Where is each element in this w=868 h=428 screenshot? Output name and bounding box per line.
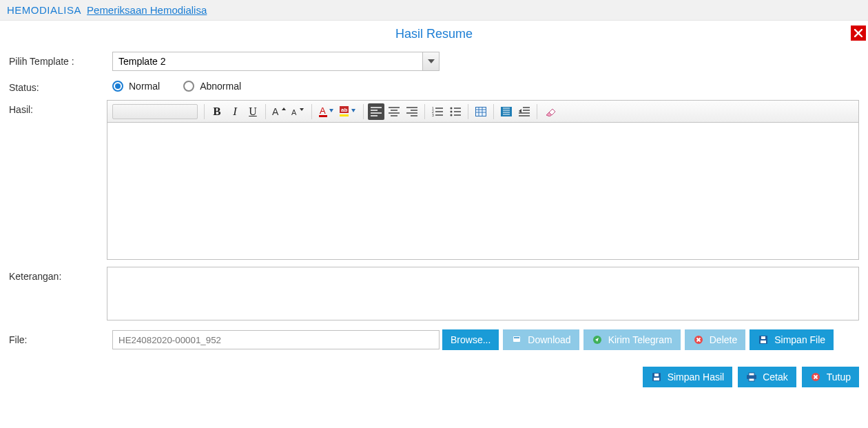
hasil-label: Hasil:	[9, 100, 107, 115]
save-icon	[651, 371, 662, 383]
svg-rect-13	[476, 107, 486, 116]
svg-rect-20	[761, 340, 766, 343]
status-radio-normal[interactable]: Normal	[112, 81, 160, 92]
close-button[interactable]: Tutup	[802, 367, 859, 387]
svg-rect-3	[319, 115, 327, 117]
align-right-button[interactable]	[404, 103, 420, 120]
file-name-input[interactable]	[112, 330, 440, 349]
svg-point-12	[451, 114, 453, 116]
numbered-list-button[interactable]: 123	[429, 103, 446, 120]
status-radio-normal-label: Normal	[129, 81, 160, 92]
svg-text:A: A	[272, 106, 279, 117]
underline-button[interactable]: U	[245, 103, 261, 120]
bold-button[interactable]: B	[209, 103, 225, 120]
svg-text:A: A	[291, 108, 297, 116]
save-icon	[758, 334, 769, 345]
save-file-button[interactable]: Simpan File	[750, 329, 834, 350]
chevron-down-icon[interactable]	[422, 52, 439, 70]
svg-text:3: 3	[432, 113, 434, 116]
svg-text:A: A	[320, 105, 326, 116]
result-editor: B I U A A A	[107, 100, 859, 260]
save-result-button[interactable]: Simpan Hasil	[643, 367, 732, 387]
breadcrumb-page-link[interactable]: Pemeriksaan Hemodialisa	[87, 4, 207, 16]
template-select[interactable]	[112, 52, 440, 71]
svg-text:ab: ab	[341, 107, 347, 113]
send-telegram-button[interactable]: Kirim Telegram	[583, 329, 681, 350]
status-radio-abnormal-label: Abnormal	[200, 81, 241, 92]
download-button[interactable]: Download	[503, 329, 579, 350]
svg-rect-24	[654, 374, 659, 376]
indent-button[interactable]	[516, 103, 533, 120]
download-icon	[511, 334, 522, 345]
status-radio-abnormal[interactable]: Abnormal	[183, 81, 241, 92]
editor-toolbar: B I U A A A	[107, 101, 858, 123]
outdent-button[interactable]	[498, 103, 515, 120]
font-color-button[interactable]: A	[316, 103, 335, 120]
close-icon	[854, 29, 862, 37]
font-family-select[interactable]	[110, 103, 200, 120]
svg-rect-23	[654, 378, 659, 380]
module-label: HEMODIALISA	[7, 4, 81, 16]
svg-rect-26	[749, 373, 754, 376]
svg-rect-16	[514, 337, 519, 338]
svg-rect-27	[749, 378, 754, 381]
delete-icon	[693, 334, 704, 345]
print-icon	[746, 371, 757, 383]
close-icon	[810, 371, 821, 383]
template-label: Pilih Template :	[9, 52, 112, 67]
delete-file-button[interactable]: Delete	[685, 329, 745, 350]
svg-point-11	[451, 110, 453, 112]
insert-table-button[interactable]	[473, 103, 489, 120]
status-label: Status:	[9, 78, 112, 93]
print-button[interactable]: Cetak	[738, 367, 796, 387]
keterangan-label: Keterangan:	[9, 267, 107, 282]
svg-rect-6	[340, 114, 349, 116]
radio-icon	[112, 81, 123, 92]
shrink-font-button[interactable]: A	[289, 103, 307, 120]
template-select-input[interactable]	[113, 52, 422, 70]
result-panel: Hasil Resume Pilih Template : Status:	[2, 23, 866, 397]
file-label: File:	[9, 334, 112, 345]
panel-title: Hasil Resume	[2, 23, 866, 41]
footer-actions: Simpan Hasil Cetak Tutup	[2, 357, 866, 397]
bullet-list-button[interactable]	[447, 103, 464, 120]
close-panel-button[interactable]	[851, 26, 866, 41]
svg-rect-21	[761, 336, 765, 339]
align-left-button[interactable]	[368, 103, 384, 120]
browse-button[interactable]: Browse...	[442, 329, 499, 350]
highlight-color-button[interactable]: ab	[337, 103, 359, 120]
radio-icon	[183, 81, 194, 92]
italic-button[interactable]: I	[227, 103, 243, 120]
keterangan-textarea[interactable]	[107, 267, 859, 320]
eraser-button[interactable]	[541, 103, 558, 120]
align-center-button[interactable]	[386, 103, 402, 120]
breadcrumb: HEMODIALISA Pemeriksaan Hemodialisa	[0, 0, 868, 21]
grow-font-button[interactable]: A	[270, 103, 288, 120]
svg-point-10	[451, 107, 453, 109]
result-editor-body[interactable]	[107, 123, 858, 259]
telegram-icon	[592, 334, 603, 345]
